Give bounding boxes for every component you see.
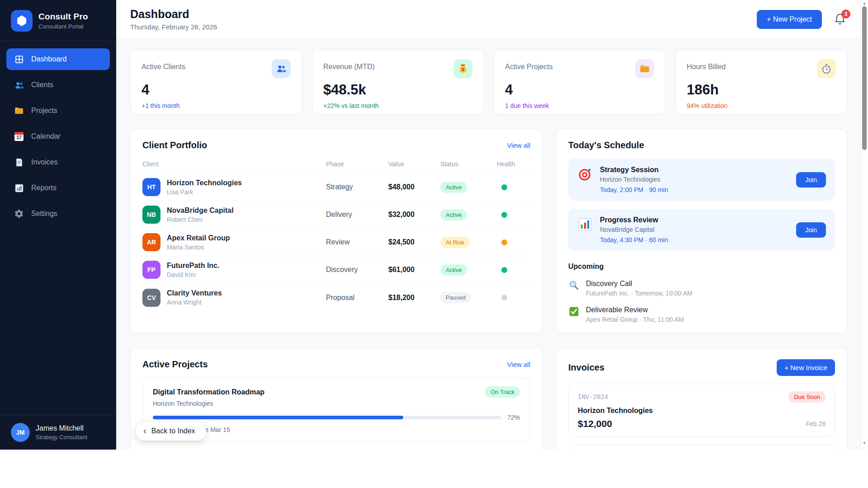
sidebar-item-label: Projects bbox=[31, 107, 57, 115]
sidebar-item-invoices[interactable]: Invoices bbox=[6, 151, 110, 173]
chevron-left-icon: ‹ bbox=[143, 426, 146, 435]
table-row[interactable]: CV Clarity Ventures Anna Wright Proposal… bbox=[142, 284, 530, 311]
app-window: Consult Pro Consultant Portal Dashboard … bbox=[0, 0, 868, 450]
back-to-index-button[interactable]: ‹ Back to Index bbox=[136, 422, 206, 441]
sidebar-item-clients[interactable]: Clients bbox=[6, 74, 110, 96]
client-name: Horizon Technologies bbox=[167, 179, 242, 187]
upcoming-item-detail: FuturePath Inc. · Tomorrow, 10:00 AM bbox=[586, 290, 693, 297]
sidebar-item-calendar[interactable]: 17 Calendar bbox=[6, 126, 110, 147]
health-dot bbox=[501, 267, 507, 273]
join-button[interactable]: Join bbox=[796, 172, 826, 188]
meeting-time: Today, 4:30 PM · 60 min bbox=[600, 236, 789, 244]
folder-icon bbox=[14, 105, 24, 116]
check-icon bbox=[568, 306, 580, 317]
stat-value: 4 bbox=[142, 82, 291, 98]
brand-tagline: Consultant Portal bbox=[38, 23, 88, 30]
calendar-icon: 17 bbox=[14, 131, 24, 142]
money-bag-icon: $ bbox=[453, 59, 472, 78]
status-badge: At Risk bbox=[440, 237, 470, 248]
sidebar-item-dashboard[interactable]: Dashboard bbox=[6, 48, 110, 70]
magnifier-icon bbox=[568, 280, 580, 291]
sidebar-item-settings[interactable]: Settings bbox=[6, 203, 110, 225]
stat-label: Active Clients bbox=[142, 63, 185, 71]
page-date: Thursday, February 26, 2026 bbox=[130, 23, 217, 31]
client-avatar: NB bbox=[142, 206, 160, 224]
upcoming-item: Discovery Call FuturePath Inc. · Tomorro… bbox=[568, 280, 835, 297]
avatar: JM bbox=[11, 423, 30, 442]
meeting-title: Progress Review bbox=[600, 216, 789, 224]
projects-view-all-link[interactable]: View all bbox=[507, 361, 530, 368]
new-project-button[interactable]: + New Project bbox=[757, 10, 822, 29]
sidebar: Consult Pro Consultant Portal Dashboard … bbox=[0, 0, 116, 450]
phase: Strategy bbox=[326, 183, 388, 191]
value: $18,200 bbox=[388, 294, 440, 302]
invoice-card[interactable]: INV-2024 Due Soon Horizon Technologies $… bbox=[568, 384, 835, 437]
col-phase: Phase bbox=[326, 160, 388, 168]
notifications-button[interactable]: 3 bbox=[834, 13, 847, 26]
new-invoice-button[interactable]: + New Invoice bbox=[777, 359, 835, 376]
dashboard-grid-icon bbox=[14, 54, 24, 65]
table-row[interactable]: HT Horizon Technologies Lisa Park Strate… bbox=[142, 174, 530, 201]
gear-icon bbox=[14, 208, 24, 219]
phase: Proposal bbox=[326, 294, 388, 302]
scroll-down-arrow-icon[interactable]: ▼ bbox=[861, 441, 868, 445]
client-contact: David Kim bbox=[167, 271, 219, 278]
sidebar-item-reports[interactable]: Reports bbox=[6, 177, 110, 199]
meeting-title: Strategy Session bbox=[600, 166, 789, 174]
sidebar-item-label: Settings bbox=[31, 210, 57, 218]
bar-chart-icon bbox=[14, 183, 24, 193]
invoice-date: Feb 28 bbox=[806, 420, 826, 427]
stat-label: Hours Billed bbox=[687, 63, 726, 71]
user-profile[interactable]: JM James Mitchell Strategy Consultant bbox=[0, 415, 116, 450]
stat-subtext: 94% utilization bbox=[687, 102, 836, 109]
stat-subtext: +22% vs last month bbox=[323, 102, 472, 109]
value: $61,000 bbox=[388, 266, 440, 274]
schedule-panel: Today's Schedule Strategy Session Horizo… bbox=[556, 129, 847, 333]
join-button[interactable]: Join bbox=[796, 222, 826, 238]
health-dot bbox=[501, 212, 507, 218]
projects-title: Active Projects bbox=[142, 359, 208, 370]
upcoming-item-detail: Apex Retail Group · Thu, 11:00 AM bbox=[586, 316, 684, 323]
notification-badge: 3 bbox=[841, 9, 850, 19]
invoice-number: INV-2024 bbox=[578, 394, 608, 401]
page-title: Dashboard bbox=[130, 8, 217, 21]
upcoming-item: Deliverable Review Apex Retail Group · T… bbox=[568, 306, 835, 323]
client-name: Apex Retail Group bbox=[167, 234, 230, 242]
invoices-panel: Invoices + New Invoice INV-2024 Due Soon… bbox=[556, 348, 847, 450]
client-contact: Lisa Park bbox=[167, 188, 242, 196]
portfolio-title: Client Portfolio bbox=[142, 140, 207, 150]
invoice-client: Horizon Technologies bbox=[578, 407, 826, 415]
meeting-card: Progress Review NovaBridge Capital Today… bbox=[568, 209, 835, 251]
sidebar-item-label: Reports bbox=[31, 184, 57, 192]
scrollbar-thumb[interactable] bbox=[862, 6, 867, 150]
table-row[interactable]: FP FuturePath Inc. David Kim Discovery $… bbox=[142, 256, 530, 284]
upcoming-item-title: Discovery Call bbox=[586, 280, 693, 288]
invoice-doc-icon bbox=[14, 157, 24, 168]
table-row[interactable]: AR Apex Retail Group Maria Santos Review… bbox=[142, 229, 530, 256]
value: $32,000 bbox=[388, 211, 440, 219]
scrollbar[interactable]: ▲ ▼ bbox=[860, 0, 868, 450]
content: Active Clients 4 +1 this month Revenue (… bbox=[116, 39, 868, 450]
invoice-card[interactable]: INV-2023 Sent bbox=[568, 445, 835, 450]
portfolio-view-all-link[interactable]: View all bbox=[507, 141, 530, 149]
client-avatar: FP bbox=[142, 261, 160, 279]
client-name: Clarity Ventures bbox=[167, 289, 222, 297]
sidebar-item-label: Dashboard bbox=[31, 55, 66, 63]
client-portfolio-panel: Client Portfolio View all Client Phase V… bbox=[130, 129, 542, 333]
client-contact: Maria Santos bbox=[167, 244, 230, 251]
topbar: Dashboard Thursday, February 26, 2026 + … bbox=[116, 0, 868, 39]
client-name: NovaBridge Capital bbox=[167, 206, 234, 215]
sidebar-item-projects[interactable]: Projects bbox=[6, 100, 110, 122]
table-row[interactable]: NB NovaBridge Capital Robert Chen Delive… bbox=[142, 201, 530, 229]
clients-icon bbox=[14, 80, 24, 90]
main-area: Dashboard Thursday, February 26, 2026 + … bbox=[116, 0, 868, 450]
sidebar-nav: Dashboard Clients Projects 17 Calendar bbox=[0, 41, 116, 415]
status-badge: Active bbox=[440, 264, 467, 276]
stat-value: $48.5k bbox=[323, 82, 472, 98]
meeting-card: Strategy Session Horizon Technologies To… bbox=[568, 159, 835, 201]
meeting-time: Today, 2:00 PM · 90 min bbox=[600, 186, 789, 193]
stat-value: 4 bbox=[505, 82, 654, 98]
invoices-title: Invoices bbox=[568, 362, 604, 373]
scroll-up-arrow-icon[interactable]: ▲ bbox=[861, 1, 868, 5]
sidebar-item-label: Clients bbox=[31, 81, 53, 89]
